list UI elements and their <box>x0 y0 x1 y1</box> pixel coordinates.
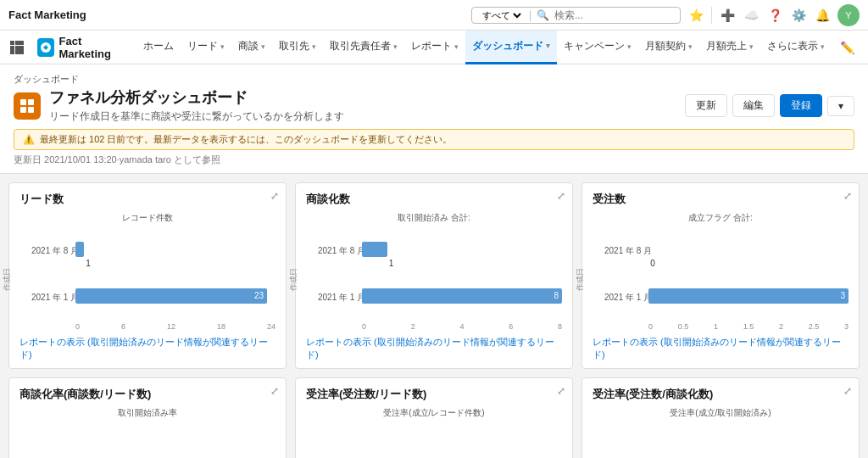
expand-icon[interactable]: ⤢ <box>270 190 279 202</box>
chart-card-deal-count: 商談化数 ⤢ 取引開始済み 合計: 作成日 2021 年 8 月 1 2021 … <box>295 182 573 369</box>
edit-button[interactable]: 編集 <box>732 94 775 117</box>
x-axis-label: 0 <box>648 322 653 331</box>
bar-value: 1 <box>389 259 394 268</box>
settings-icon[interactable]: ⚙️ <box>790 7 807 24</box>
chart-card-order-rate-deal: 受注率(受注数/商談化数) ⤢ 受注率(成立/取引開始済み) 作成日 2021 … <box>581 377 860 458</box>
search-filter-select[interactable]: すべて <box>479 9 524 21</box>
bar-chart-inner: 2021 年 8 月 0% <box>604 422 849 458</box>
x-axis-label: 4 <box>459 322 464 331</box>
bar-chart-area: 2021 年 8 月 0 2021 年 1 月 3 <box>604 227 849 321</box>
y-axis-label: 作成日 <box>288 268 299 291</box>
dashboard-subtitle: リード作成日を基準に商談や受注に繋がっているかを分析します <box>49 109 344 124</box>
chart-card-lead-count: リード数 ⤢ レコード件数 作成日 2021 年 8 月 1 2021 年 1 … <box>8 182 287 369</box>
svg-rect-3 <box>10 46 14 50</box>
nav-item-lead[interactable]: リード ▾ <box>181 31 231 64</box>
nav-item-more[interactable]: さらに表示 ▾ <box>760 31 832 64</box>
bar-row: 2021 年 1 月 23 <box>31 288 275 307</box>
nav-logo-icon <box>37 38 53 57</box>
y-axis-label: 作成日 <box>2 268 13 291</box>
chart-title: 商談化数 <box>306 192 350 207</box>
avatar[interactable]: Y <box>837 4 860 26</box>
chevron-icon: ▾ <box>749 42 754 51</box>
register-dropdown-button[interactable]: ▾ <box>827 96 854 116</box>
nav-item-deal[interactable]: 商談 ▾ <box>231 31 272 64</box>
x-axis-label: 18 <box>217 322 225 331</box>
bar <box>75 242 84 257</box>
x-axis-label: 3 <box>844 322 849 331</box>
bar-row: 2021 年 1 月 3 <box>604 288 849 307</box>
grid-icon[interactable] <box>7 36 27 59</box>
chart-subtitle: 受注率(成立/レコード件数) <box>306 407 562 419</box>
chart-title: 受注率(受注数/商談化数) <box>593 387 713 402</box>
chart-body: 作成日 2021 年 8 月 1 2021 年 1 月 8 <box>306 227 562 331</box>
svg-rect-1 <box>15 41 19 45</box>
nav-logo[interactable]: Fact Marketing <box>29 35 135 60</box>
dashboard-meta: 更新日 2021/10/01 13:20·yamada taro として参照 <box>14 154 854 166</box>
dashboard-actions: 更新 編集 登録 ▾ <box>685 94 854 117</box>
dashboard-icon <box>14 92 41 120</box>
bar-container: 1 <box>75 242 275 260</box>
chart-title: リード数 <box>19 192 64 207</box>
expand-icon[interactable]: ⤢ <box>557 190 565 202</box>
bar-chart-inner: 2021 年 8 月 0% <box>318 422 562 458</box>
chart-card-order-rate-lead: 受注率(受注数/リード数) ⤢ 受注率(成立/レコード件数) 作成日 2021 … <box>295 377 573 458</box>
x-axis-label: 12 <box>167 322 175 331</box>
bar-container: 23 <box>75 288 275 307</box>
pencil-icon[interactable]: ✏️ <box>833 41 861 54</box>
x-axis-label: 2.5 <box>809 322 820 331</box>
x-axis: 06121824 <box>75 322 275 331</box>
svg-rect-2 <box>19 41 24 45</box>
svg-rect-5 <box>19 46 24 50</box>
chart-title: 商談化率(商談数/リード数) <box>19 387 151 402</box>
plus-icon[interactable]: ➕ <box>719 7 736 24</box>
nav-item-monthly-contract[interactable]: 月額契約 ▾ <box>638 31 699 64</box>
cloud-icon[interactable]: ☁️ <box>743 7 760 24</box>
dashboard-title-left: ファネル分析ダッシュボード リード作成日を基準に商談や受注に繋がっているかを分析… <box>14 87 344 124</box>
chart-body: 作成日 2021 年 8 月 0 2021 年 1 月 3 <box>593 227 849 331</box>
dashboard-title-row: ファネル分析ダッシュボード リード作成日を基準に商談や受注に繋がっているかを分析… <box>14 87 854 124</box>
expand-icon[interactable]: ⤢ <box>843 190 852 202</box>
nav-item-contact[interactable]: 取引先責任者 ▾ <box>323 31 404 64</box>
chevron-icon: ▾ <box>454 42 459 51</box>
chevron-icon: ▾ <box>688 42 693 51</box>
chevron-icon: ▾ <box>393 42 398 51</box>
x-axis: 00.511.522.53 <box>648 322 849 331</box>
chevron-icon: ▾ <box>546 42 550 50</box>
star-icon[interactable]: ⭐ <box>687 7 704 24</box>
chart-body: 作成日 2021 年 8 月 1 2021 年 1 月 23 <box>19 227 275 331</box>
chart-link[interactable]: レポートの表示 (取引開始済みのリード情報が関連するリード) <box>593 336 849 361</box>
bell-icon[interactable]: 🔔 <box>814 7 831 24</box>
svg-rect-10 <box>20 99 26 105</box>
expand-icon[interactable]: ⤢ <box>843 385 852 397</box>
bar-chart-area: 2021 年 8 月 100% <box>31 422 275 458</box>
bar-value: 1 <box>86 259 91 268</box>
expand-icon[interactable]: ⤢ <box>270 385 279 397</box>
register-button[interactable]: 登録 <box>780 94 822 117</box>
bar-chart-area: 2021 年 8 月 1 2021 年 1 月 23 <box>31 227 275 321</box>
nav-item-home[interactable]: ホーム <box>136 31 181 64</box>
nav-item-dashboard[interactable]: ダッシュボード ▾ <box>465 31 557 64</box>
nav-item-campaign[interactable]: キャンペーン ▾ <box>557 31 638 64</box>
chevron-icon: ▾ <box>220 42 225 51</box>
x-axis-label: 6 <box>509 322 513 331</box>
nav-item-account[interactable]: 取引先 ▾ <box>272 31 323 64</box>
chevron-icon: ▾ <box>261 42 265 51</box>
chart-link[interactable]: レポートの表示 (取引開始済みのリード情報が関連するリード) <box>306 336 562 361</box>
y-axis-label: 作成日 <box>575 268 586 291</box>
help-icon[interactable]: ❓ <box>766 7 783 24</box>
nav-item-monthly-sales[interactable]: 月額売上 ▾ <box>699 31 760 64</box>
bar-chart-inner: 2021 年 8 月 100% <box>31 422 275 458</box>
nav-item-report[interactable]: レポート ▾ <box>404 31 465 64</box>
x-axis-label: 6 <box>121 322 125 331</box>
nav-more: ✏️ <box>833 41 861 54</box>
search-icon: 🔍 <box>537 9 549 21</box>
bar-chart-inner: 2021 年 8 月 0 2021 年 1 月 3 <box>604 227 849 321</box>
chart-link[interactable]: レポートの表示 (取引開始済みのリード情報が関連するリード) <box>19 336 275 361</box>
update-button[interactable]: 更新 <box>685 94 727 117</box>
svg-rect-8 <box>19 50 24 54</box>
expand-icon[interactable]: ⤢ <box>557 385 565 397</box>
search-input[interactable] <box>554 9 673 21</box>
dashboard-title: ファネル分析ダッシュボード <box>49 87 344 108</box>
svg-rect-13 <box>28 107 34 113</box>
bar-row: 2021 年 8 月 1 <box>31 242 275 260</box>
